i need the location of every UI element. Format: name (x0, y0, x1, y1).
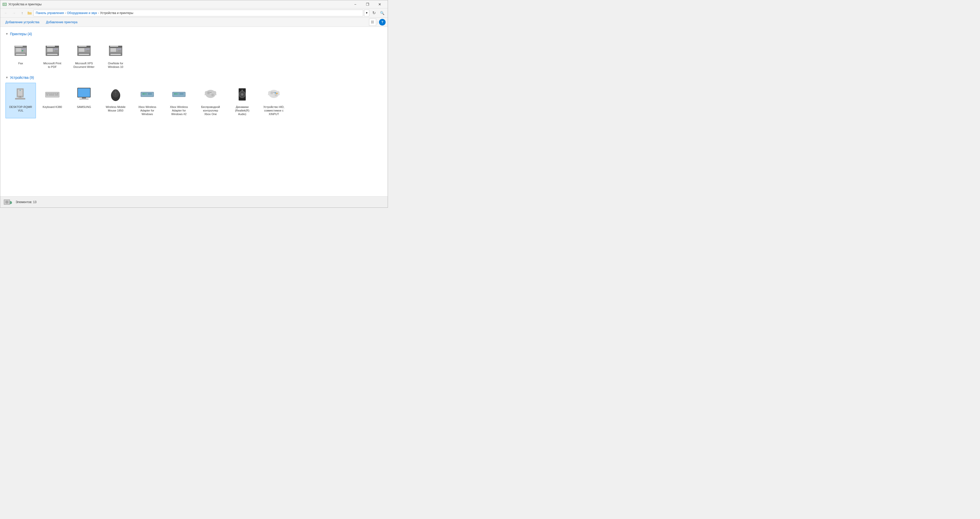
svg-rect-19 (47, 54, 57, 55)
xbox-controller-label: БеспроводнойконтроллерXbox One (201, 105, 220, 116)
svg-rect-10 (16, 54, 25, 55)
svg-rect-15 (47, 48, 53, 52)
svg-point-80 (211, 94, 214, 96)
svg-point-69 (144, 93, 145, 95)
up-button[interactable]: ↑ (19, 10, 26, 17)
svg-rect-44 (18, 97, 22, 98)
nav-bar: ← → ↑ Панель управления › Оборудование и… (0, 8, 388, 18)
svg-point-68 (142, 93, 144, 95)
svg-rect-51 (50, 93, 52, 94)
svg-rect-96 (273, 92, 275, 93)
svg-rect-17 (53, 50, 55, 51)
xbox-adapter2-label: Xbox WirelessAdapter forWindows #2 (170, 105, 188, 116)
device-mouse[interactable]: Wireless MobileMouse 1850 (100, 83, 131, 119)
svg-rect-61 (80, 99, 89, 100)
speakers-label: Динамики(Realtek(R)Audio) (235, 105, 249, 116)
device-xbox-adapter2[interactable]: Xbox WirelessAdapter forWindows #2 (164, 83, 194, 119)
svg-rect-59 (78, 88, 90, 97)
svg-rect-37 (110, 54, 121, 55)
svg-rect-12 (15, 45, 23, 47)
svg-rect-21 (47, 45, 55, 47)
hid-label: Устройство HID,совместимое сXINPUT (263, 105, 285, 116)
svg-point-75 (176, 93, 177, 95)
svg-rect-39 (110, 45, 118, 47)
svg-point-82 (208, 92, 209, 93)
device-xbox-adapter1[interactable]: Xbox WirelessAdapter forWindows (132, 83, 162, 119)
window-title: Устройства и принтеры (8, 3, 349, 6)
svg-point-89 (242, 94, 243, 95)
samsung-icon (75, 85, 93, 103)
breadcrumb-control-panel[interactable]: Панель управления (36, 11, 64, 15)
onenote-icon (107, 41, 125, 60)
breadcrumb-bar: Панель управления › Оборудование и звук … (33, 10, 363, 16)
device-hid[interactable]: Устройство HID,совместимое сXINPUT (259, 83, 289, 119)
speakers-icon (233, 85, 251, 103)
svg-rect-24 (79, 48, 84, 52)
breadcrumb-dropdown-button[interactable]: ▼ (364, 10, 369, 16)
close-button[interactable]: ✕ (374, 0, 386, 8)
printers-section-title: Принтеры (4) (10, 32, 32, 36)
devices-section-title: Устройства (9) (10, 75, 34, 80)
svg-rect-6 (16, 48, 21, 52)
svg-point-90 (242, 89, 243, 91)
device-xbox-controller[interactable]: БеспроводнойконтроллерXbox One (195, 83, 226, 119)
toolbar-right: ☷ | ? (369, 19, 386, 26)
xbox-adapter1-icon (138, 85, 156, 103)
xbox-adapter1-label: Xbox WirelessAdapter forWindows (138, 105, 156, 116)
svg-rect-8 (22, 50, 23, 51)
devices-collapse-arrow[interactable]: ▼ (5, 76, 8, 80)
svg-rect-52 (52, 93, 54, 94)
svg-rect-34 (117, 48, 121, 50)
restore-button[interactable]: ❐ (362, 0, 373, 8)
svg-rect-25 (85, 48, 89, 50)
svg-rect-55 (46, 94, 48, 96)
desktop-label: DESKTOP-RQMRVUL (9, 105, 32, 113)
refresh-button[interactable]: ↻ (370, 10, 377, 17)
device-desktop[interactable]: DESKTOP-RQMRVUL (5, 83, 36, 119)
status-items-count: Элементов: 13 (16, 200, 37, 204)
view-separator: | (377, 21, 378, 24)
onenote-label: OneNote forWindows 10 (108, 62, 123, 69)
svg-rect-54 (56, 93, 59, 94)
status-bar-icon (3, 197, 13, 207)
svg-rect-16 (53, 48, 58, 50)
minimize-button[interactable]: − (349, 0, 361, 8)
printer-fax[interactable]: Fax (5, 39, 36, 72)
svg-rect-60 (82, 97, 86, 99)
fax-icon (11, 41, 30, 60)
svg-rect-46 (20, 90, 21, 91)
add-printer-button[interactable]: Добавление принтера (43, 19, 80, 26)
svg-point-45 (20, 96, 21, 97)
devices-section-header: ▼ Устройства (9) (5, 75, 383, 80)
view-options-button[interactable]: ☷ (369, 19, 376, 26)
search-button[interactable]: 🔍 (379, 10, 386, 17)
fax-label: Fax (18, 62, 23, 65)
svg-point-76 (177, 93, 179, 95)
help-button[interactable]: ? (379, 19, 386, 25)
window-controls: − ❐ ✕ (349, 0, 386, 8)
svg-point-70 (145, 93, 147, 95)
svg-rect-28 (79, 54, 89, 55)
device-keyboard[interactable]: Keyboard K380 (37, 83, 68, 119)
hid-icon (265, 85, 283, 103)
svg-point-95 (271, 92, 272, 93)
printers-collapse-arrow[interactable]: ▼ (5, 32, 8, 36)
samsung-label: SAMSUNG (77, 105, 91, 109)
printer-onenote[interactable]: OneNote forWindows 10 (100, 39, 131, 72)
xps-icon (75, 41, 93, 60)
device-speakers[interactable]: Динамики(Realtek(R)Audio) (227, 83, 258, 119)
breadcrumb-hardware[interactable]: Оборудование и звук (67, 11, 97, 15)
printer-ms-pdf[interactable]: Microsoft Printto PDF (37, 39, 68, 72)
status-bar: Элементов: 13 (0, 196, 388, 207)
forward-button[interactable]: → (11, 10, 18, 17)
add-device-button[interactable]: Добавление устройства (2, 19, 42, 26)
desktop-icon (11, 85, 30, 103)
xbox-controller-icon (201, 85, 220, 103)
xps-label: Microsoft XPSDocument Writer (73, 62, 94, 69)
svg-rect-35 (117, 50, 118, 51)
back-button[interactable]: ← (2, 10, 10, 17)
main-content: ▼ Принтеры (4) (0, 27, 388, 196)
printer-xps[interactable]: Microsoft XPSDocument Writer (68, 39, 99, 72)
toolbar: Добавление устройства Добавление принтер… (0, 18, 388, 27)
device-samsung[interactable]: SAMSUNG (68, 83, 99, 119)
